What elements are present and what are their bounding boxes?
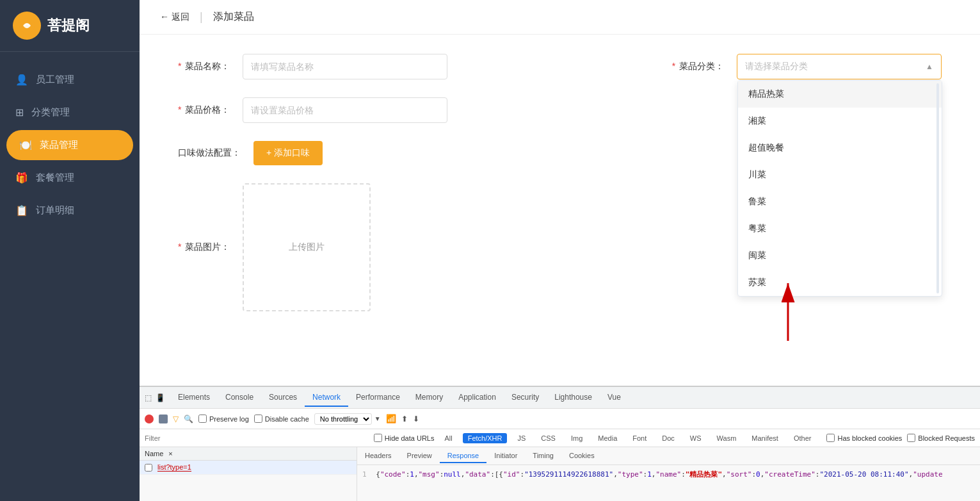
back-button[interactable]: ← 返回 <box>160 12 189 23</box>
dropdown-item-2[interactable]: 超值晚餐 <box>738 135 942 161</box>
tab-security[interactable]: Security <box>504 389 547 407</box>
category-placeholder: 请选择菜品分类 <box>745 61 808 72</box>
tab-vue[interactable]: Vue <box>600 389 629 407</box>
sidebar-item-order[interactable]: 📋 订单明细 <box>0 195 140 226</box>
employee-icon: 👤 <box>15 74 28 86</box>
order-icon: 📋 <box>15 204 28 217</box>
main-content: ← 返回 | 添加菜品 * 菜品名称： * 菜品价格： <box>140 0 980 501</box>
image-upload-area[interactable]: 上传图片 <box>243 183 371 311</box>
response-json: {"code":1,"msg":null,"data":[{"id":"1395… <box>376 470 942 479</box>
network-list-header: Name × <box>140 447 357 461</box>
devtools-panel: ⬚ 📱 Elements Console Sources Network Per… <box>140 386 980 501</box>
tab-memory[interactable]: Memory <box>408 389 451 407</box>
logo-icon <box>13 12 41 40</box>
device-icon[interactable]: 📱 <box>156 393 165 402</box>
has-blocked-cookies-text: Has blocked cookies <box>837 434 902 442</box>
sidebar-item-label: 订单明细 <box>36 204 74 217</box>
dish-name-label: * 菜品名称： <box>178 61 230 72</box>
add-flavor-button[interactable]: + 添加口味 <box>253 141 323 165</box>
preserve-log-checkbox[interactable] <box>198 415 207 423</box>
search-icon[interactable]: 🔍 <box>184 415 193 423</box>
network-item-name: list?type=1 <box>157 463 191 472</box>
filter-chip-img[interactable]: Img <box>566 433 588 443</box>
has-blocked-cookies-label[interactable]: Has blocked cookies <box>826 434 902 442</box>
preserve-log-checkbox-label[interactable]: Preserve log <box>198 415 249 423</box>
dish-price-input[interactable] <box>243 97 447 123</box>
detail-tab-initiator[interactable]: Initiator <box>486 449 525 463</box>
stop-button[interactable] <box>159 415 168 423</box>
devtools-icons: ⬚ 📱 <box>145 393 165 402</box>
logo-text: 菩提阁 <box>47 16 90 35</box>
network-item-list[interactable]: list?type=1 <box>140 461 357 475</box>
name-col-header: Name <box>145 450 163 457</box>
blocked-requests-checkbox[interactable] <box>907 434 915 442</box>
filter-icon[interactable]: ▽ <box>173 415 179 423</box>
inspect-icon[interactable]: ⬚ <box>145 393 152 402</box>
filter-bar: Hide data URLs All Fetch/XHR JS CSS Img … <box>140 429 980 447</box>
disable-cache-checkbox-label[interactable]: Disable cache <box>254 415 309 423</box>
hide-data-urls-checkbox[interactable] <box>374 434 382 442</box>
detail-tab-timing[interactable]: Timing <box>525 449 561 463</box>
tab-lighthouse[interactable]: Lighthouse <box>547 389 600 407</box>
tab-elements[interactable]: Elements <box>170 389 218 407</box>
detail-tabs: Headers Preview Response Initiator Timin… <box>357 447 980 465</box>
image-label: * 菜品图片： <box>178 242 230 253</box>
disable-cache-checkbox[interactable] <box>254 415 262 423</box>
filter-chip-font[interactable]: Font <box>627 433 652 443</box>
detail-tab-preview[interactable]: Preview <box>399 449 440 463</box>
devtools-tabs: ⬚ 📱 Elements Console Sources Network Per… <box>140 387 980 409</box>
dropdown-item-0[interactable]: 精品热菜 <box>738 81 942 108</box>
filter-chip-js[interactable]: JS <box>512 433 531 443</box>
page-header: ← 返回 | 添加菜品 <box>140 0 980 35</box>
combo-icon: 🎁 <box>15 172 28 184</box>
filter-chip-all[interactable]: All <box>439 433 457 443</box>
dish-name-input[interactable] <box>243 54 447 79</box>
filter-chip-other[interactable]: Other <box>789 433 817 443</box>
dropdown-item-5[interactable]: 粤菜 <box>738 215 942 242</box>
detail-tab-cookies[interactable]: Cookies <box>561 449 602 463</box>
dropdown-item-6[interactable]: 闽菜 <box>738 242 942 269</box>
upload-icon: ⬆ <box>401 415 408 423</box>
tab-performance[interactable]: Performance <box>348 389 408 407</box>
filter-chip-fetchxhr[interactable]: Fetch/XHR <box>463 433 508 443</box>
filter-chip-media[interactable]: Media <box>593 433 622 443</box>
sidebar: 菩提阁 👤 员工管理 ⊞ 分类管理 🍽️ 菜品管理 🎁 套餐管理 📋 订单明细 <box>0 0 140 501</box>
filter-chip-wasm[interactable]: Wasm <box>712 433 742 443</box>
filter-input[interactable] <box>145 434 369 442</box>
back-label: ← 返回 <box>160 12 189 23</box>
tab-console[interactable]: Console <box>218 389 261 407</box>
detail-tab-response[interactable]: Response <box>440 449 487 463</box>
sidebar-item-category[interactable]: ⊞ 分类管理 <box>0 97 140 127</box>
category-label: * 菜品分类： <box>672 61 724 72</box>
hide-data-urls-text: Hide data URLs <box>385 434 435 442</box>
dish-price-label: * 菜品价格： <box>178 104 230 116</box>
dropdown-item-4[interactable]: 鲁菜 <box>738 188 942 215</box>
sidebar-item-combo[interactable]: 🎁 套餐管理 <box>0 163 140 193</box>
response-content: 1 {"code":1,"msg":null,"data":[{"id":"13… <box>357 465 980 484</box>
network-request-list: Name × list?type=1 <box>140 447 357 501</box>
flavor-label: 口味做法配置： <box>178 147 241 159</box>
sidebar-item-dish[interactable]: 🍽️ 菜品管理 <box>6 130 133 160</box>
hide-data-urls-label[interactable]: Hide data URLs <box>374 434 435 442</box>
tab-network[interactable]: Network <box>305 389 348 407</box>
download-icon: ⬇ <box>413 415 419 423</box>
tab-application[interactable]: Application <box>451 389 504 407</box>
record-button[interactable] <box>145 415 154 423</box>
dropdown-item-3[interactable]: 川菜 <box>738 161 942 188</box>
tab-sources[interactable]: Sources <box>261 389 305 407</box>
blocked-requests-label[interactable]: Blocked Requests <box>907 434 975 442</box>
detail-tab-headers[interactable]: Headers <box>357 449 399 463</box>
network-item-checkbox[interactable] <box>145 464 152 472</box>
throttle-select[interactable]: No throttling <box>314 413 372 425</box>
dropdown-item-1[interactable]: 湘菜 <box>738 108 942 135</box>
dropdown-item-7[interactable]: 苏菜 <box>738 269 942 296</box>
close-col: × <box>168 450 172 457</box>
filter-chip-manifest[interactable]: Manifest <box>746 433 783 443</box>
filter-chip-doc[interactable]: Doc <box>657 433 680 443</box>
category-select[interactable]: 请选择菜品分类 ▲ 精品热菜 湘菜 超值晚餐 川菜 鲁菜 粤菜 闽菜 苏菜 <box>737 54 942 79</box>
network-table: Name × list?type=1 Headers Preview Respo… <box>140 447 980 501</box>
filter-chip-css[interactable]: CSS <box>536 433 561 443</box>
filter-chip-ws[interactable]: WS <box>685 433 707 443</box>
has-blocked-cookies-checkbox[interactable] <box>826 434 835 442</box>
sidebar-item-employee[interactable]: 👤 员工管理 <box>0 65 140 95</box>
